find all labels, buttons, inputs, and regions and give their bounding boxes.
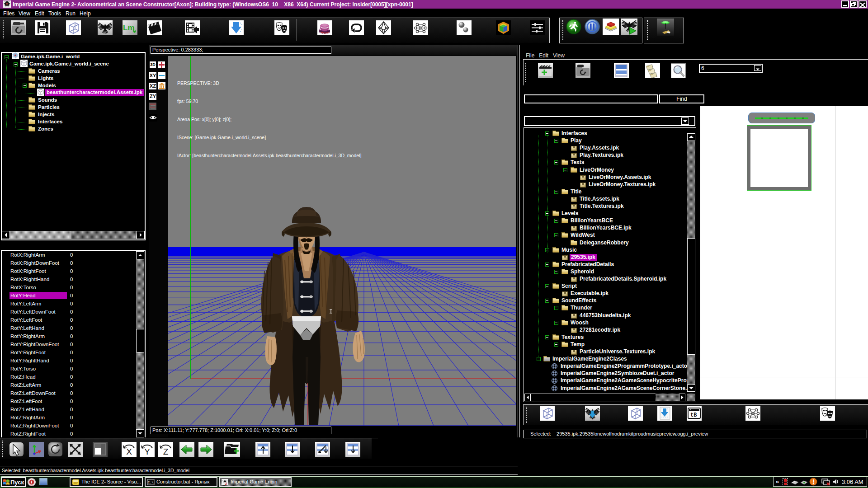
svg-text:Lm: Lm	[123, 23, 135, 32]
svg-text:C:\: C:\	[148, 481, 154, 484]
svg-text:X: X	[126, 447, 132, 456]
svg-text:tB: tB	[690, 412, 697, 418]
svg-text:Z: Z	[163, 447, 169, 456]
svg-text:Y: Y	[144, 447, 150, 456]
svg-text:2: 2	[225, 482, 227, 485]
